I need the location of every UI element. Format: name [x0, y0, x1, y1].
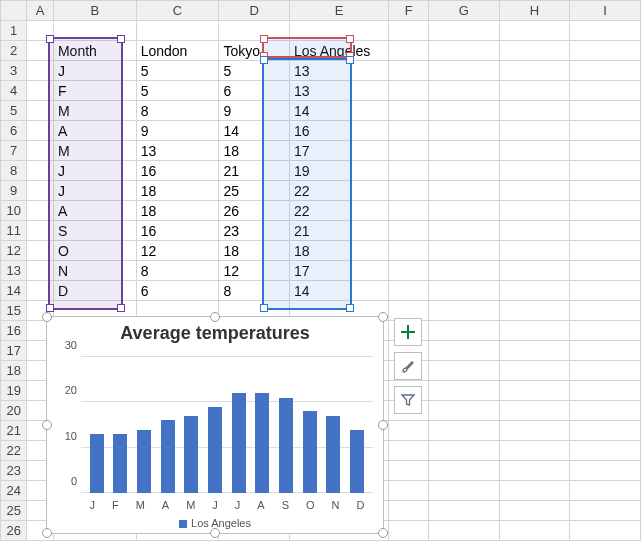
cell[interactable]: [499, 461, 570, 481]
cell[interactable]: [570, 221, 641, 241]
cell[interactable]: [389, 141, 429, 161]
row-header[interactable]: 19: [1, 381, 27, 401]
cell[interactable]: [499, 201, 570, 221]
cell[interactable]: [429, 181, 500, 201]
row-header[interactable]: 6: [1, 121, 27, 141]
cell[interactable]: [570, 521, 641, 541]
cell[interactable]: F: [53, 81, 136, 101]
cell[interactable]: 25: [219, 181, 290, 201]
cell[interactable]: [429, 141, 500, 161]
cell[interactable]: [27, 241, 53, 261]
cell[interactable]: [570, 181, 641, 201]
col-header-B[interactable]: B: [53, 1, 136, 21]
cell[interactable]: [429, 341, 500, 361]
cell[interactable]: [570, 101, 641, 121]
cell[interactable]: [389, 101, 429, 121]
cell[interactable]: [429, 321, 500, 341]
cell[interactable]: [27, 201, 53, 221]
cell[interactable]: [570, 441, 641, 461]
cell[interactable]: [429, 441, 500, 461]
cell[interactable]: 26: [219, 201, 290, 221]
cell[interactable]: [429, 241, 500, 261]
cell[interactable]: [389, 461, 429, 481]
cell[interactable]: [429, 461, 500, 481]
cell[interactable]: [570, 261, 641, 281]
cell[interactable]: [429, 41, 500, 61]
cell[interactable]: [429, 401, 500, 421]
grid-row[interactable]: 4F5613: [1, 81, 641, 101]
cell[interactable]: [389, 161, 429, 181]
cell[interactable]: [290, 21, 389, 41]
cell[interactable]: 9: [219, 101, 290, 121]
col-header-C[interactable]: C: [136, 1, 219, 21]
cell[interactable]: [27, 81, 53, 101]
cell[interactable]: [389, 481, 429, 501]
grid-row[interactable]: 13N81217: [1, 261, 641, 281]
cell[interactable]: Tokyo: [219, 41, 290, 61]
chart-bars[interactable]: [85, 357, 369, 493]
resize-handle[interactable]: [42, 528, 52, 538]
chart-bar[interactable]: [184, 416, 198, 493]
cell[interactable]: 18: [219, 241, 290, 261]
cell[interactable]: [499, 101, 570, 121]
cell[interactable]: [570, 281, 641, 301]
cell[interactable]: [389, 521, 429, 541]
row-header[interactable]: 18: [1, 361, 27, 381]
row-header[interactable]: 26: [1, 521, 27, 541]
row-header[interactable]: 11: [1, 221, 27, 241]
cell[interactable]: [570, 501, 641, 521]
cell[interactable]: 8: [136, 261, 219, 281]
cell[interactable]: [570, 121, 641, 141]
cell[interactable]: [499, 361, 570, 381]
col-header-I[interactable]: I: [570, 1, 641, 21]
cell[interactable]: 5: [136, 81, 219, 101]
cell[interactable]: 21: [219, 161, 290, 181]
cell[interactable]: [389, 61, 429, 81]
cell[interactable]: [429, 501, 500, 521]
grid-row[interactable]: 11S162321: [1, 221, 641, 241]
cell[interactable]: [27, 61, 53, 81]
cell[interactable]: [429, 261, 500, 281]
cell[interactable]: 22: [290, 201, 389, 221]
cell[interactable]: [570, 461, 641, 481]
cell[interactable]: A: [53, 201, 136, 221]
row-header[interactable]: 8: [1, 161, 27, 181]
cell[interactable]: [27, 181, 53, 201]
grid-row[interactable]: 5M8914: [1, 101, 641, 121]
cell[interactable]: 9: [136, 121, 219, 141]
cell[interactable]: 22: [290, 181, 389, 201]
cell[interactable]: [429, 381, 500, 401]
row-header[interactable]: 2: [1, 41, 27, 61]
grid-row[interactable]: 10A182622: [1, 201, 641, 221]
cell[interactable]: [429, 481, 500, 501]
cell[interactable]: Month: [53, 41, 136, 61]
cell[interactable]: [570, 341, 641, 361]
cell[interactable]: [499, 221, 570, 241]
cell[interactable]: 18: [136, 201, 219, 221]
resize-handle[interactable]: [42, 312, 52, 322]
cell[interactable]: 6: [136, 281, 219, 301]
cell[interactable]: 16: [290, 121, 389, 141]
embedded-chart[interactable]: Average temperatures 0 10 20 30 JFMAMJJA…: [46, 316, 384, 534]
row-header[interactable]: 9: [1, 181, 27, 201]
cell[interactable]: [53, 21, 136, 41]
cell[interactable]: [27, 281, 53, 301]
row-header[interactable]: 23: [1, 461, 27, 481]
chart-plot-area[interactable]: 0 10 20 30: [81, 357, 373, 493]
cell[interactable]: [499, 441, 570, 461]
col-header-F[interactable]: F: [389, 1, 429, 21]
row-header[interactable]: 12: [1, 241, 27, 261]
cell[interactable]: 5: [219, 61, 290, 81]
cell[interactable]: 13: [136, 141, 219, 161]
grid-row[interactable]: 9J182522: [1, 181, 641, 201]
cell[interactable]: D: [53, 281, 136, 301]
cell[interactable]: [570, 41, 641, 61]
cell[interactable]: [499, 481, 570, 501]
chart-bar[interactable]: [303, 411, 317, 493]
grid-row[interactable]: 14D6814: [1, 281, 641, 301]
chart-bar[interactable]: [137, 430, 151, 493]
row-header[interactable]: 17: [1, 341, 27, 361]
chart-bar[interactable]: [350, 430, 364, 493]
cell[interactable]: Los Angeles: [290, 41, 389, 61]
cell[interactable]: 5: [136, 61, 219, 81]
